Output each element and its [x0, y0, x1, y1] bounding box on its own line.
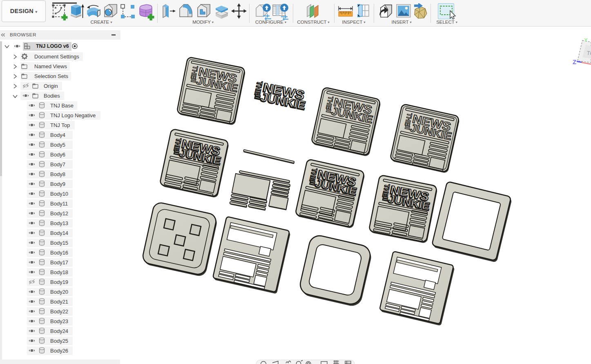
svg-text:Z: Z [573, 59, 576, 66]
svg-text:Y: Y [584, 37, 588, 43]
svg-text:TO: TO [587, 50, 591, 57]
